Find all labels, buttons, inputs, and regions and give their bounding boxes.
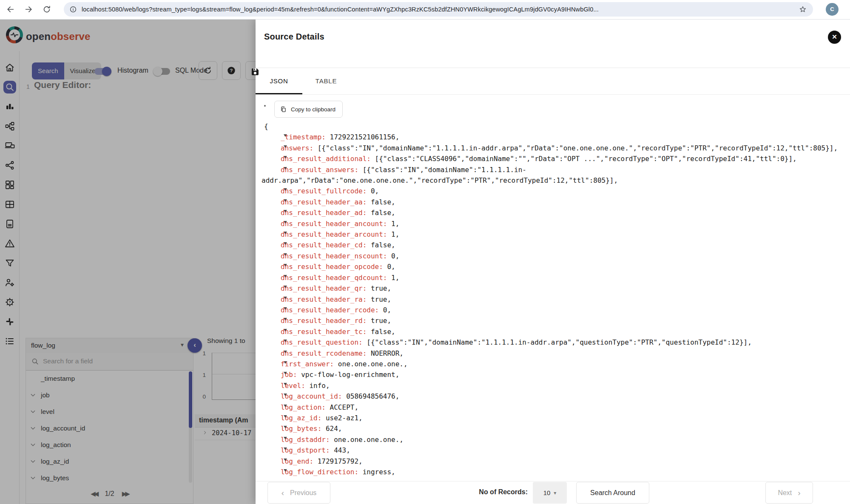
caret-down-icon[interactable] <box>273 380 281 391</box>
site-info-icon[interactable] <box>69 6 77 13</box>
json-entry-log_account_id[interactable]: log_account_id: 058694856476, <box>262 391 844 402</box>
json-entry-dns_result_header_ra[interactable]: dns_result_header_ra: true, <box>262 294 844 305</box>
caret-down-icon[interactable] <box>273 456 281 467</box>
copy-to-clipboard-button[interactable]: Copy to clipboard <box>274 101 343 118</box>
json-viewer: Copy to clipboard { _timestamp: 17292215… <box>256 95 850 481</box>
json-value: 1729221521061156, <box>326 133 399 141</box>
bookmark-star-icon[interactable] <box>799 5 807 14</box>
json-entry-dns_result_additional[interactable]: dns_result_additional: [{"class":"CLASS4… <box>262 153 844 164</box>
json-entry-dns_result_header_qr[interactable]: dns_result_header_qr: true, <box>262 283 844 294</box>
caret-down-icon[interactable] <box>273 153 281 164</box>
caret-down-icon[interactable] <box>273 272 281 283</box>
caret-down-icon[interactable] <box>273 326 281 337</box>
tab-json[interactable]: JSON <box>256 68 302 94</box>
json-key: _timestamp: <box>281 133 326 141</box>
json-entry-dns_result_header_arcount[interactable]: dns_result_header_arcount: 1, <box>262 229 844 240</box>
caret-down-icon[interactable] <box>273 305 281 315</box>
caret-down-icon[interactable] <box>273 229 281 240</box>
caret-down-icon[interactable] <box>273 218 281 229</box>
browser-back-icon[interactable] <box>6 5 15 14</box>
chevron-down-icon: ▾ <box>554 490 556 496</box>
json-key: dns_result_answers: <box>281 166 358 174</box>
browser-forward-icon[interactable] <box>24 5 33 14</box>
json-key: dns_result_fullrcode: <box>281 187 367 195</box>
caret-down-icon[interactable] <box>273 143 281 153</box>
address-bar[interactable]: localhost:5080/web/logs?stream_type=logs… <box>64 2 813 17</box>
caret-down-icon[interactable] <box>273 445 281 456</box>
search-around-button[interactable]: Search Around <box>576 482 649 504</box>
json-entry-level[interactable]: level: info, <box>262 380 844 391</box>
profile-avatar[interactable]: C <box>826 3 839 16</box>
caret-down-icon[interactable] <box>273 434 281 445</box>
json-value: ACCEPT, <box>326 403 358 411</box>
json-entry-log_action[interactable]: log_action: ACCEPT, <box>262 402 844 413</box>
caret-down-icon[interactable] <box>273 413 281 423</box>
json-entry-first_answer[interactable]: first_answer: one.one.one.one., <box>262 359 844 369</box>
json-value: true, <box>367 284 391 292</box>
previous-button[interactable]: ‹ Previous <box>267 482 330 504</box>
json-entry-dns_result_answers[interactable]: dns_result_answers: [{"class":"IN","doma… <box>262 164 844 186</box>
caret-down-icon[interactable] <box>273 337 281 348</box>
caret-down-icon[interactable] <box>273 423 281 434</box>
caret-down-icon[interactable] <box>273 369 281 380</box>
json-entry-log_flow_direction[interactable]: log_flow_direction: ingress, <box>262 467 844 477</box>
json-entry-dns_result_header_aa[interactable]: dns_result_header_aa: false, <box>262 197 844 207</box>
json-entry-job[interactable]: job: vpc-flow-log-enrichment, <box>262 369 844 380</box>
json-value: [{"class":"IN","domainName":"1.1.1.1.in-… <box>363 338 752 346</box>
json-value: one.one.one.one., <box>330 436 404 444</box>
caret-down-icon[interactable] <box>273 315 281 326</box>
json-entry-dns_result_header_ancount[interactable]: dns_result_header_ancount: 1, <box>262 218 844 229</box>
caret-down-icon[interactable] <box>273 391 281 402</box>
source-details-dialog: Source Details ✕ JSON TABLE Copy to clip… <box>256 19 850 504</box>
json-entry-dns_result_header_ad[interactable]: dns_result_header_ad: false, <box>262 207 844 218</box>
records-count-dropdown[interactable]: 10 ▾ <box>533 482 567 504</box>
caret-down-icon[interactable] <box>273 294 281 305</box>
caret-down-icon[interactable] <box>273 467 281 477</box>
caret-down-icon[interactable] <box>273 186 281 196</box>
caret-down-icon[interactable] <box>273 207 281 218</box>
tab-table[interactable]: TABLE <box>302 68 350 94</box>
json-key: answers: <box>281 144 313 152</box>
json-value: 058694856476, <box>342 392 400 400</box>
caret-down-icon[interactable] <box>273 132 281 142</box>
chevron-left-icon: ‹ <box>281 488 284 498</box>
modal-dim-overlay[interactable] <box>0 19 256 504</box>
json-entry-dns_result_header_nscount[interactable]: dns_result_header_nscount: 0, <box>262 251 844 261</box>
caret-down-icon[interactable] <box>273 348 281 359</box>
json-entry-log_az_id[interactable]: log_az_id: use2-az1, <box>262 413 844 423</box>
collapse-all-dot[interactable] <box>264 105 266 107</box>
json-entry-answers[interactable]: answers: [{"class":"IN","domainName":"1.… <box>262 143 844 153</box>
json-entry-dns_result_rcodename[interactable]: dns_result_rcodename: NOERROR, <box>262 348 844 359</box>
json-entry-dns_result_fullrcode[interactable]: dns_result_fullrcode: 0, <box>262 186 844 196</box>
caret-down-icon[interactable] <box>273 197 281 207</box>
json-entry-_timestamp[interactable]: _timestamp: 1729221521061156, <box>262 132 844 142</box>
json-entry-dns_result_header_qdcount[interactable]: dns_result_header_qdcount: 1, <box>262 272 844 283</box>
caret-down-icon[interactable] <box>273 283 281 294</box>
caret-down-icon[interactable] <box>273 402 281 413</box>
json-key: job: <box>281 371 297 379</box>
save-icon[interactable] <box>250 67 260 77</box>
json-entry-log_end[interactable]: log_end: 1729175792, <box>262 456 844 467</box>
json-entry-log_dstaddr[interactable]: log_dstaddr: one.one.one.one., <box>262 434 844 445</box>
json-entry-dns_result_header_opcode[interactable]: dns_result_header_opcode: 0, <box>262 261 844 272</box>
json-value: 0, <box>387 252 399 260</box>
json-entry-dns_result_question[interactable]: dns_result_question: [{"class":"IN","dom… <box>262 337 844 348</box>
json-value: 0, <box>379 306 391 314</box>
json-entry-dns_result_header_rd[interactable]: dns_result_header_rd: true, <box>262 315 844 326</box>
caret-down-icon[interactable] <box>273 240 281 250</box>
caret-down-icon[interactable] <box>273 251 281 261</box>
json-key: log_action: <box>281 403 326 411</box>
close-button[interactable]: ✕ <box>828 31 841 44</box>
json-entry-dns_result_header_tc[interactable]: dns_result_header_tc: false, <box>262 326 844 337</box>
caret-down-icon[interactable] <box>273 359 281 369</box>
caret-down-icon[interactable] <box>273 164 281 175</box>
json-entry-log_bytes[interactable]: log_bytes: 624, <box>262 423 844 434</box>
url-text[interactable]: localhost:5080/web/logs?stream_type=logs… <box>82 6 599 13</box>
next-button[interactable]: Next › <box>765 482 813 504</box>
json-entry-dns_result_header_rcode[interactable]: dns_result_header_rcode: 0, <box>262 305 844 315</box>
json-entry-log_dstport[interactable]: log_dstport: 443, <box>262 445 844 456</box>
caret-down-icon[interactable] <box>273 261 281 272</box>
browser-reload-icon[interactable] <box>42 5 51 14</box>
json-value: vpc-flow-log-enrichment, <box>297 371 400 379</box>
json-entry-dns_result_header_cd[interactable]: dns_result_header_cd: false, <box>262 240 844 250</box>
